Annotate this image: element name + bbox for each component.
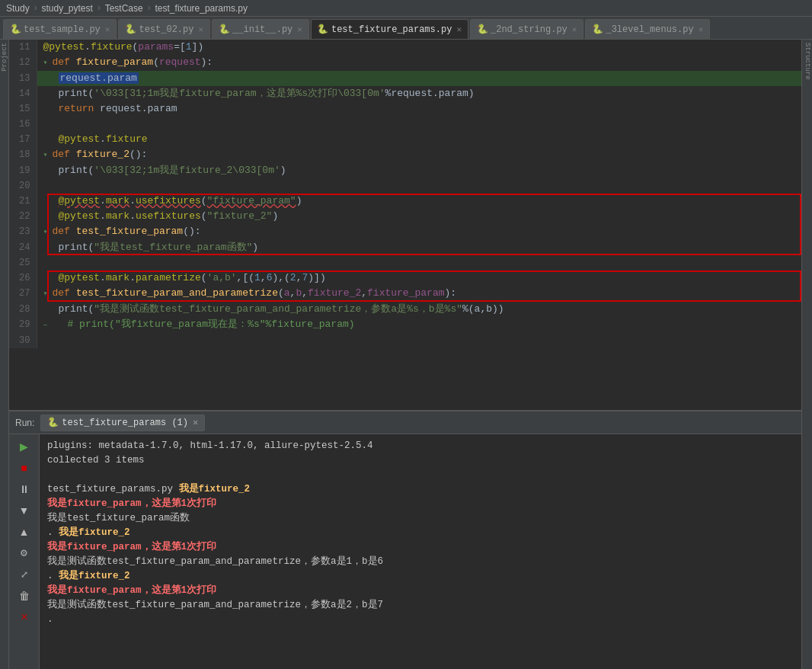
- tab-close-icon[interactable]: ✕: [572, 24, 577, 34]
- line-number: 20: [9, 178, 37, 194]
- output-line: 我是fixture_param，这是第1次打印: [47, 497, 794, 511]
- pause-button[interactable]: ⏸: [14, 480, 35, 498]
- settings-button[interactable]: ⚙: [14, 544, 35, 562]
- code-table: 11 @pytest.fixture(params=[1]) 12 ▾def f…: [9, 40, 801, 348]
- line-content: [37, 255, 801, 270]
- output-line: . 我是fixture_2: [47, 526, 794, 540]
- table-row: 15 return request.param: [9, 101, 801, 117]
- table-row: 16: [9, 117, 801, 132]
- line-number: 11: [9, 40, 37, 55]
- title-sep3: ›: [146, 2, 152, 14]
- tab-close-icon[interactable]: ✕: [198, 24, 203, 34]
- tab-close-icon[interactable]: ✕: [105, 24, 110, 34]
- left-sidebar: Project: [0, 40, 9, 669]
- line-number: 13: [9, 71, 37, 86]
- table-row: 12 ▾def fixture_param(request):: [9, 55, 801, 71]
- project-name: Study: [6, 3, 30, 14]
- tab-close-icon[interactable]: ✕: [456, 24, 462, 34]
- structure-label: Structure: [804, 43, 811, 80]
- editor-area: 11 @pytest.fixture(params=[1]) 12 ▾def f…: [9, 40, 801, 669]
- folder-name: study_pytest: [42, 3, 93, 14]
- run-button[interactable]: ▶: [14, 437, 35, 456]
- table-row: 25: [9, 255, 801, 270]
- output-line: collected 3 items: [47, 453, 794, 468]
- output-line: [47, 468, 794, 482]
- table-row: 26 @pytest.mark.parametrize('a,b',[(1,6)…: [9, 270, 801, 286]
- tab-2nd-string[interactable]: 🐍 _2nd_string.py ✕: [470, 19, 583, 39]
- line-number: 14: [9, 86, 37, 101]
- table-row: 29 –# print("我fixture_param现在是：%s"%fixtu…: [9, 317, 801, 333]
- output-line: 我是fixture_param，这是第1次打印: [47, 540, 794, 555]
- run-output[interactable]: plugins: metadata-1.7.0, html-1.17.0, al…: [40, 434, 801, 669]
- table-row: 17 @pytest.fixture: [9, 132, 801, 147]
- table-row: 23 ▾def test_fixture_param():: [9, 224, 801, 240]
- expand-button[interactable]: ⤢: [14, 565, 35, 584]
- output-line: 我是测试函数test_fixture_param_and_parametrize…: [47, 598, 794, 613]
- table-row: 30: [9, 333, 801, 348]
- line-number: 15: [9, 101, 37, 117]
- tab-label: test_fixture_params.py: [331, 24, 452, 35]
- line-number: 19: [9, 163, 37, 178]
- tab-init[interactable]: 🐍 __init__.py ✕: [212, 19, 309, 39]
- line-number: 18: [9, 147, 37, 163]
- table-row: 19 print('\033[32;1m我是fixture_2\033[0m'): [9, 163, 801, 178]
- clear-button[interactable]: 🗑: [14, 587, 35, 605]
- line-content: [37, 178, 801, 194]
- line-number: 24: [9, 240, 37, 255]
- close-run-button[interactable]: ✕: [14, 608, 35, 626]
- output-line: .: [47, 613, 794, 627]
- tab-close-icon[interactable]: ✕: [699, 24, 704, 34]
- table-row: 18 ▾def fixture_2():: [9, 147, 801, 163]
- table-row: 11 @pytest.fixture(params=[1]): [9, 40, 801, 55]
- tab-label: _2nd_string.py: [491, 24, 567, 35]
- run-label: Run:: [15, 418, 34, 428]
- table-row: 20: [9, 178, 801, 194]
- line-content: @pytest.mark.usefixtures("fixture_param"…: [37, 194, 801, 209]
- run-tab[interactable]: 🐍 test_fixture_params (1) ✕: [40, 415, 205, 431]
- line-number: 28: [9, 302, 37, 317]
- file-name: test_fixture_params.py: [155, 3, 248, 14]
- output-line: plugins: metadata-1.7.0, html-1.17.0, al…: [47, 439, 794, 453]
- line-number: 23: [9, 224, 37, 240]
- stop-button[interactable]: ■: [14, 459, 35, 477]
- table-row: 28 print("我是测试函数test_fixture_param_and_p…: [9, 302, 801, 317]
- title-sep1: ›: [33, 2, 39, 14]
- table-row: 13 request.param: [9, 71, 801, 86]
- tab-close-icon[interactable]: ✕: [297, 24, 302, 34]
- line-content: @pytest.fixture: [37, 132, 801, 147]
- scroll-down-button[interactable]: ▼: [14, 501, 35, 520]
- tab-bar: 🐍 test_sample.py ✕ 🐍 test_02.py ✕ 🐍 __in…: [0, 17, 812, 40]
- line-content: –# print("我fixture_param现在是：%s"%fixture_…: [37, 317, 801, 333]
- run-panel: Run: 🐍 test_fixture_params (1) ✕ ▶ ■ ⏸ ▼…: [9, 410, 801, 669]
- tab-label: test_sample.py: [24, 24, 101, 35]
- line-content: return request.param: [37, 101, 801, 117]
- line-content: print("我是test_fixture_param函数"): [37, 240, 801, 255]
- tab-test-sample[interactable]: 🐍 test_sample.py ✕: [3, 19, 117, 39]
- line-number: 25: [9, 255, 37, 270]
- tab-icon: 🐍: [125, 24, 136, 35]
- tab-3level-menus[interactable]: 🐍 _3level_menus.py ✕: [585, 19, 710, 39]
- table-row: 14 print('\033[31;1m我是fixture_param，这是第%…: [9, 86, 801, 101]
- run-tab-close-icon[interactable]: ✕: [193, 417, 198, 428]
- line-number: 12: [9, 55, 37, 71]
- output-line: . 我是fixture_2: [47, 569, 794, 584]
- tab-test-02[interactable]: 🐍 test_02.py ✕: [118, 19, 210, 39]
- tab-icon: 🐍: [318, 24, 328, 35]
- run-tab-icon: 🐍: [47, 417, 59, 428]
- line-content: print('\033[32;1m我是fixture_2\033[0m'): [37, 163, 801, 178]
- project-label: Project: [1, 43, 8, 72]
- tab-test-fixture-params[interactable]: 🐍 test_fixture_params.py ✕: [311, 19, 468, 39]
- tab-label: __init__.py: [232, 24, 293, 35]
- tab-icon: 🐍: [477, 24, 488, 35]
- line-number: 30: [9, 333, 37, 348]
- scroll-up-button[interactable]: ▲: [14, 523, 35, 541]
- table-row: 24 print("我是test_fixture_param函数"): [9, 240, 801, 255]
- run-toolbar: ▶ ■ ⏸ ▼ ▲ ⚙ ⤢ 🗑 ✕: [9, 434, 40, 669]
- right-sidebar: Structure: [801, 40, 812, 669]
- run-tab-label: test_fixture_params (1): [62, 418, 188, 428]
- line-content: [37, 333, 801, 348]
- table-row: 27 ▾def test_fixture_param_and_parametri…: [9, 286, 801, 302]
- run-body: ▶ ■ ⏸ ▼ ▲ ⚙ ⤢ 🗑 ✕ plugins: metadata-1.7.…: [9, 434, 801, 669]
- code-wrapper[interactable]: 11 @pytest.fixture(params=[1]) 12 ▾def f…: [9, 40, 801, 410]
- line-number: 16: [9, 117, 37, 132]
